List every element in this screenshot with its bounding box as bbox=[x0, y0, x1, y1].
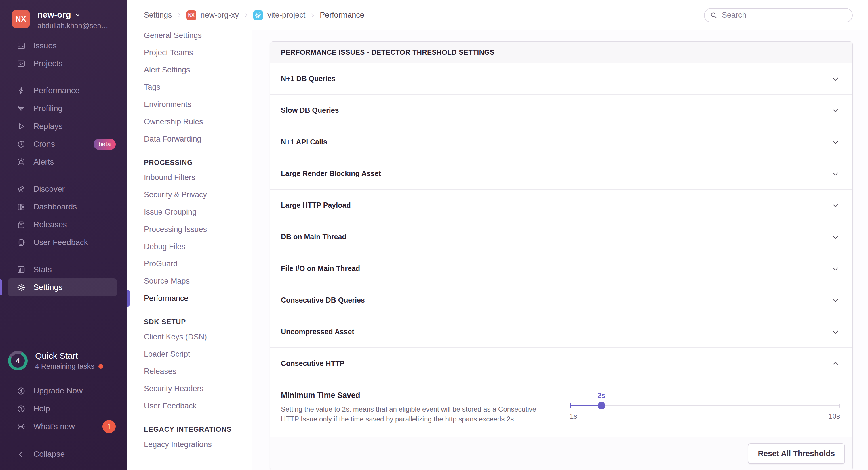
content-area: PERFORMANCE ISSUES - DETECTOR THRESHOLD … bbox=[252, 31, 868, 470]
user-feedback-icon bbox=[17, 238, 26, 247]
breadcrumb-separator-icon bbox=[177, 12, 182, 18]
detector-row-db-on-main-thread[interactable]: DB on Main Thread bbox=[270, 221, 852, 253]
detector-row-consecutive-http[interactable]: Consecutive HTTP bbox=[270, 348, 852, 379]
settings-nav-item-project-teams[interactable]: Project Teams bbox=[144, 44, 251, 61]
sidebar-nav-group: IssuesProjects bbox=[0, 37, 127, 72]
profiling-icon bbox=[17, 104, 26, 113]
sidebar-nav-group: DiscoverDashboardsReleasesUser Feedback bbox=[0, 180, 127, 251]
top-header: SettingsNXnew-org-xyvite-projectPerforma… bbox=[127, 0, 868, 31]
primary-nav: IssuesProjectsPerformanceProfilingReplay… bbox=[0, 30, 127, 296]
sidebar-item-settings[interactable]: Settings bbox=[8, 278, 117, 296]
settings-nav-item-data-forwarding[interactable]: Data Forwarding bbox=[144, 130, 251, 147]
quick-start-subtitle: 4 Remaining tasks bbox=[35, 362, 103, 370]
chevron-down-icon bbox=[831, 296, 840, 305]
sidebar-item-stats[interactable]: Stats bbox=[0, 261, 127, 278]
help-icon bbox=[17, 404, 26, 413]
settings-nav-item-alert-settings[interactable]: Alert Settings bbox=[144, 61, 251, 78]
reset-all-thresholds-button[interactable]: Reset All Thresholds bbox=[748, 443, 845, 464]
org-avatar: NX bbox=[11, 10, 30, 28]
settings-nav-item-ownership-rules[interactable]: Ownership Rules bbox=[144, 113, 251, 130]
chevron-down-icon bbox=[831, 328, 840, 336]
settings-nav-item-user-feedback[interactable]: User Feedback bbox=[144, 397, 251, 414]
breadcrumb-performance[interactable]: Performance bbox=[320, 11, 364, 20]
settings-nav-item-releases[interactable]: Releases bbox=[144, 363, 251, 380]
detector-row-consecutive-db-queries[interactable]: Consecutive DB Queries bbox=[270, 284, 852, 316]
chevron-down-icon bbox=[831, 138, 840, 146]
sidebar-item-upgrade-now[interactable]: Upgrade Now bbox=[0, 382, 127, 400]
settings-nav-item-performance[interactable]: Performance bbox=[144, 290, 251, 307]
settings-nav-item-environments[interactable]: Environments bbox=[144, 96, 251, 113]
sidebar: NX new-org abdullah.khan@sen… IssuesProj… bbox=[0, 0, 127, 470]
detector-row-file-i-o-on-main-thread[interactable]: File I/O on Main Thread bbox=[270, 253, 852, 284]
detector-row-uncompressed-asset[interactable]: Uncompressed Asset bbox=[270, 316, 852, 348]
detector-row-large-http-payload[interactable]: Large HTTP Payload bbox=[270, 190, 852, 221]
sidebar-item-profiling[interactable]: Profiling bbox=[0, 100, 127, 118]
settings-nav-item-security-headers[interactable]: Security Headers bbox=[144, 380, 251, 397]
settings-nav-item-client-keys-dsn[interactable]: Client Keys (DSN) bbox=[144, 328, 251, 345]
panel-footer: Reset All Thresholds bbox=[270, 437, 852, 470]
sidebar-item-help[interactable]: Help bbox=[0, 400, 127, 418]
settings-nav-section: General SettingsProject TeamsAlert Setti… bbox=[144, 27, 251, 147]
notification-badge: 1 bbox=[102, 420, 116, 433]
beta-badge: beta bbox=[94, 139, 116, 150]
detector-row-n-1-db-queries[interactable]: N+1 DB Queries bbox=[270, 63, 852, 95]
releases-icon bbox=[17, 220, 26, 229]
sidebar-item-dashboards[interactable]: Dashboards bbox=[0, 198, 127, 216]
alerts-icon bbox=[17, 158, 26, 167]
projects-icon bbox=[17, 59, 26, 68]
chevron-down-icon bbox=[74, 11, 81, 18]
sidebar-item-replays[interactable]: Replays bbox=[0, 118, 127, 135]
chevron-down-icon bbox=[831, 106, 840, 115]
sidebar-item-projects[interactable]: Projects bbox=[0, 55, 127, 72]
sidebar-footer-nav: Upgrade NowHelpWhat's new1 bbox=[0, 382, 127, 435]
search-box[interactable] bbox=[704, 8, 853, 23]
threshold-setting-label: Minimum Time Saved bbox=[281, 391, 550, 400]
sidebar-item-releases[interactable]: Releases bbox=[0, 216, 127, 234]
slider-thumb[interactable] bbox=[598, 402, 605, 409]
collapse-button[interactable]: Collapse bbox=[0, 445, 127, 463]
settings-nav-section: SDK SETUPClient Keys (DSN)Loader ScriptR… bbox=[144, 318, 251, 414]
breadcrumb-vite-project[interactable]: vite-project bbox=[267, 11, 305, 20]
detector-row-n-1-api-calls[interactable]: N+1 API Calls bbox=[270, 126, 852, 158]
slider-min-label: 1s bbox=[570, 412, 577, 420]
settings-nav-item-loader-script[interactable]: Loader Script bbox=[144, 345, 251, 363]
settings-nav-item-proguard[interactable]: ProGuard bbox=[144, 255, 251, 272]
performance-icon bbox=[17, 86, 26, 95]
sidebar-item-user-feedback[interactable]: User Feedback bbox=[0, 234, 127, 251]
settings-nav-item-general-settings[interactable]: General Settings bbox=[144, 27, 251, 44]
settings-nav-item-debug-files[interactable]: Debug Files bbox=[144, 238, 251, 255]
consecutive-http-detail: Minimum Time Saved Setting the value to … bbox=[270, 379, 852, 437]
sidebar-nav-group: PerformanceProfilingReplaysCronsbetaAler… bbox=[0, 82, 127, 171]
detector-row-large-render-blocking-asset[interactable]: Large Render Blocking Asset bbox=[270, 158, 852, 190]
settings-nav-item-issue-grouping[interactable]: Issue Grouping bbox=[144, 203, 251, 221]
react-project-icon bbox=[253, 10, 263, 20]
sidebar-spacer bbox=[0, 296, 127, 351]
sidebar-item-issues[interactable]: Issues bbox=[0, 37, 127, 55]
slider-min-tick bbox=[570, 403, 571, 408]
detector-row-slow-db-queries[interactable]: Slow DB Queries bbox=[270, 95, 852, 126]
slider-value-label: 2s bbox=[597, 392, 605, 400]
sidebar-item-performance[interactable]: Performance bbox=[0, 82, 127, 100]
chevron-up-icon bbox=[831, 359, 840, 368]
sidebar-item-what-s-new[interactable]: What's new1 bbox=[0, 418, 127, 435]
app-root: NX new-org abdullah.khan@sen… IssuesProj… bbox=[0, 0, 868, 470]
sidebar-item-crons[interactable]: Cronsbeta bbox=[0, 135, 127, 153]
search-input[interactable] bbox=[722, 11, 847, 20]
settings-nav-item-tags[interactable]: Tags bbox=[144, 78, 251, 96]
settings-nav-section: PROCESSINGInbound FiltersSecurity & Priv… bbox=[144, 159, 251, 307]
settings-nav-item-processing-issues[interactable]: Processing Issues bbox=[144, 221, 251, 238]
chevron-left-icon bbox=[17, 450, 26, 459]
settings-nav-item-legacy-integrations[interactable]: Legacy Integrations bbox=[144, 436, 251, 453]
settings-nav-item-security-privacy[interactable]: Security & Privacy bbox=[144, 186, 251, 203]
chevron-down-icon bbox=[831, 233, 840, 241]
slider-track[interactable] bbox=[570, 402, 840, 409]
quick-start[interactable]: 4 Quick Start 4 Remaining tasks bbox=[8, 351, 119, 370]
org-switcher[interactable]: NX new-org abdullah.khan@sen… bbox=[11, 10, 119, 30]
settings-nav-item-source-maps[interactable]: Source Maps bbox=[144, 272, 251, 290]
settings-nav-item-inbound-filters[interactable]: Inbound Filters bbox=[144, 169, 251, 186]
breadcrumb-new-org-xy[interactable]: new-org-xy bbox=[200, 11, 239, 20]
sidebar-nav-group: StatsSettings bbox=[0, 261, 127, 296]
sidebar-item-alerts[interactable]: Alerts bbox=[0, 153, 127, 171]
sidebar-item-discover[interactable]: Discover bbox=[0, 180, 127, 198]
breadcrumb-settings[interactable]: Settings bbox=[144, 11, 172, 20]
